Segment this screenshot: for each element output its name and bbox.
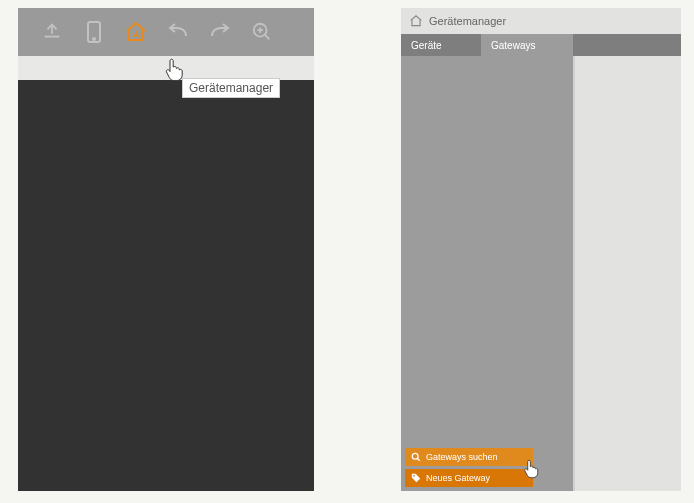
upload-icon[interactable] [36,16,68,48]
device-manager-panel: Gerätemanager Geräte Gateways Gateways s… [401,8,681,491]
mobile-icon[interactable] [78,16,110,48]
panel-header: Gerätemanager [401,8,681,34]
panel-body: Gateways suchen Neues Gateway [401,56,681,491]
search-gateways-button[interactable]: Gateways suchen [405,448,533,466]
tab-devices[interactable]: Geräte [401,34,481,56]
tab-gateways[interactable]: Gateways [481,34,573,56]
redo-icon[interactable] [204,16,236,48]
separator-strip [18,56,314,80]
panel-title: Gerätemanager [429,15,506,27]
gateway-list-column: Gateways suchen Neues Gateway [401,56,573,491]
new-gateway-button[interactable]: Neues Gateway [405,469,533,487]
search-gateways-label: Gateways suchen [426,452,498,462]
left-app-window: Gerätemanager [18,8,314,491]
house-icon[interactable] [120,16,152,48]
house-icon [409,14,423,28]
action-button-group: Gateways suchen Neues Gateway [405,448,533,487]
svg-point-1 [93,38,95,40]
tooltip: Gerätemanager [182,78,280,98]
tag-icon [411,473,421,483]
detail-column [573,56,681,491]
new-gateway-label: Neues Gateway [426,473,490,483]
zoom-in-icon[interactable] [246,16,278,48]
tab-row: Geräte Gateways [401,34,681,56]
undo-icon[interactable] [162,16,194,48]
svg-point-3 [412,453,418,459]
search-icon [411,452,421,462]
svg-point-4 [413,475,415,477]
toolbar [18,8,314,56]
canvas-area[interactable] [18,80,314,491]
